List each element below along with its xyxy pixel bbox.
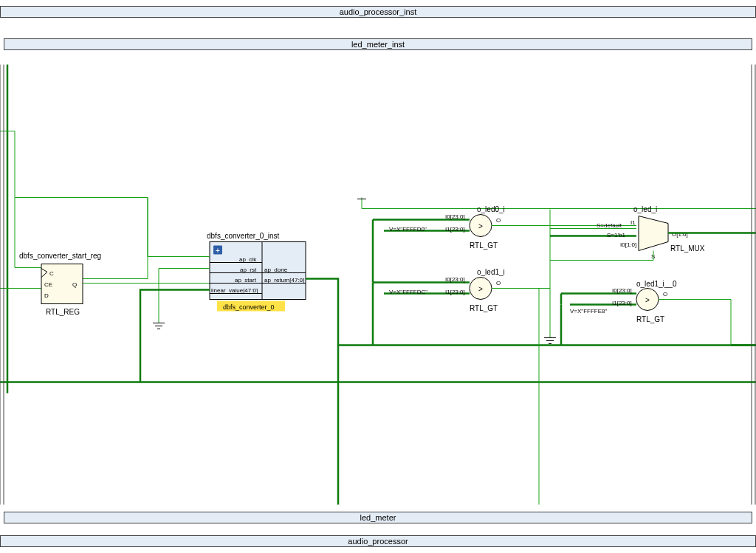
type-label-conv: dbfs_converter_0: [223, 303, 275, 311]
pin-gt2-i0: I0[23:0]: [612, 287, 632, 294]
pin-q: Q: [72, 281, 77, 288]
net-wire: [492, 289, 539, 505]
type-label-gt1: RTL_GT: [470, 304, 498, 312]
pin-gt0-o: O: [496, 217, 501, 224]
bus-wire: [140, 290, 210, 382]
type-label-gt0: RTL_GT: [470, 241, 498, 250]
pin-linear-value: linear_value[47:0]: [211, 287, 258, 294]
pin-c: C: [49, 270, 54, 277]
mux-sdefault: S=default: [597, 222, 622, 229]
const-gt1: V=X"FFFFDC": [389, 289, 427, 295]
inst-label-conv: dbfs_converter_0_inst: [207, 232, 280, 240]
ground-icon: [544, 338, 556, 344]
pin-ap-return: ap_return[47:0]: [264, 277, 304, 284]
hierarchy-footer-mid[interactable]: led_meter: [4, 512, 752, 523]
const-gt2: V=X"FFFFE8": [570, 308, 608, 315]
schematic-svg[interactable]: C CE D Q dbfs_converter_start_reg RTL_RE…: [0, 57, 756, 512]
pin-ap-done: ap_done: [264, 267, 288, 273]
inst-label-reg: dbfs_converter_start_reg: [19, 252, 101, 260]
mux-s1: S=1'b1: [607, 232, 625, 238]
block-dbfs-converter-start-reg[interactable]: C CE D Q: [41, 264, 83, 304]
block-rtl-mux[interactable]: [639, 216, 668, 251]
mux-o: O[1:0]: [672, 231, 688, 238]
schematic-canvas[interactable]: C CE D Q dbfs_converter_start_reg RTL_RE…: [0, 57, 756, 512]
pin-gt1-i0: I0[23:0]: [445, 276, 465, 283]
pin-gt0-i0: I0[23:0]: [445, 213, 465, 220]
block-dbfs-converter-0-inst[interactable]: + ap_clk ap_rst ap_start linear_value[47…: [210, 242, 306, 300]
net-wire: [550, 251, 653, 261]
pin-gt1-o: O: [496, 280, 501, 286]
type-label-reg: RTL_REG: [46, 308, 80, 316]
type-label-mux: RTL_MUX: [670, 244, 705, 253]
pin-ap-clk: ap_clk: [239, 256, 257, 263]
pin-ap-rst: ap_rst: [240, 267, 257, 273]
pin-d: D: [44, 292, 49, 299]
gt-symbol: >: [478, 222, 483, 230]
net-wire: [659, 300, 731, 346]
mux-i1: I1: [630, 219, 636, 226]
mux-i0: I0[1:0]: [620, 241, 636, 248]
inst-label-gt1: o_led1_i: [477, 268, 505, 276]
hierarchy-footer-top[interactable]: audio_processor: [0, 535, 756, 547]
inst-label-mux: o_led_i: [633, 205, 657, 213]
const-gt0: V=X"FFFFD0": [389, 226, 427, 233]
gt-symbol: >: [645, 296, 650, 304]
type-label-gt2: RTL_GT: [636, 315, 664, 323]
inst-label-gt2: o_led1_i__0: [636, 280, 677, 288]
pin-gt2-o: O: [663, 291, 667, 298]
pin-ap-start: ap_start: [235, 277, 257, 284]
ground-icon: [153, 323, 165, 329]
expand-icon-glyph: +: [216, 247, 220, 255]
pin-gt2-i1: I1[23:0]: [612, 300, 632, 306]
pin-gt1-i1: I1[23:0]: [445, 289, 465, 295]
pin-gt0-i1: I1[23:0]: [445, 226, 465, 233]
gt-symbol: >: [478, 285, 483, 293]
hierarchy-header-mid[interactable]: led_meter_inst: [4, 38, 752, 50]
hierarchy-header-top[interactable]: audio_processor_inst: [0, 6, 756, 18]
inst-label-gt0: o_led0_i: [477, 205, 505, 213]
pin-ce: CE: [44, 281, 52, 288]
